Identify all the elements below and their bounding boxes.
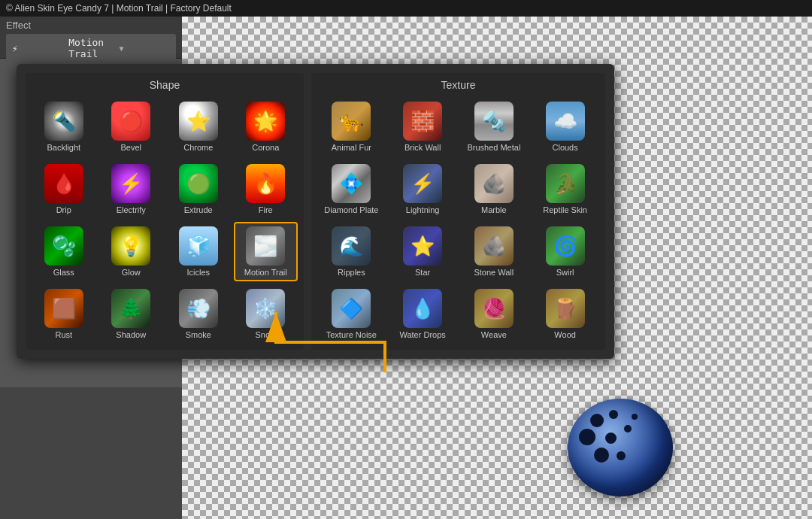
water-drops-label: Water Drops — [399, 330, 445, 339]
icicles-label: Icicles — [186, 268, 210, 277]
shape-item-motion-trail[interactable]: 🌫️Motion Trail — [234, 222, 298, 281]
animal-fur-label: Animal Fur — [332, 143, 371, 152]
texture-item-star[interactable]: ⭐Star — [389, 222, 457, 281]
texture-noise-label: Texture Noise — [326, 330, 377, 339]
ripples-label: Ripples — [338, 268, 365, 277]
shape-item-chrome[interactable]: ⭐Chrome — [166, 97, 231, 156]
texture-item-weave[interactable]: 🧶Weave — [460, 284, 529, 344]
shape-item-backlight[interactable]: 🔦Backlight — [32, 97, 96, 156]
bevel-label: Bevel — [120, 143, 141, 152]
shape-item-fire[interactable]: 🔥Fire — [234, 159, 298, 219]
blue-ball-preview — [568, 399, 673, 496]
texture-item-lightning[interactable]: ⚡Lightning — [389, 159, 457, 219]
glass-icon: 🫧 — [44, 226, 83, 266]
stone-wall-label: Stone Wall — [474, 268, 514, 277]
effect-picker-popup: Shape 🔦Backlight🔴Bevel⭐Chrome🌟Corona🩸Dri… — [17, 64, 614, 359]
shape-item-shadow[interactable]: 🌲Shadow — [99, 284, 164, 344]
effect-dropdown[interactable]: ⚡ Motion Trail ▼ — [6, 34, 176, 62]
clouds-label: Clouds — [553, 143, 578, 152]
snow-icon: ❄️ — [246, 289, 285, 328]
electrify-label: Electrify — [117, 205, 146, 214]
motion-trail-label: Motion Trail — [244, 268, 287, 277]
glow-icon: 💡 — [111, 226, 150, 266]
water-drops-icon: 💧 — [403, 289, 442, 328]
texture-noise-icon: 🔷 — [332, 289, 371, 328]
shape-section: Shape 🔦Backlight🔴Bevel⭐Chrome🌟Corona🩸Dri… — [26, 73, 304, 350]
shape-item-drip[interactable]: 🩸Drip — [32, 159, 96, 219]
swirl-label: Swirl — [556, 268, 574, 277]
texture-item-swirl[interactable]: 🌀Swirl — [531, 222, 599, 281]
backlight-label: Backlight — [47, 143, 80, 152]
diamond-plate-icon: 💠 — [332, 164, 371, 203]
chevron-down-icon: ▼ — [120, 44, 170, 53]
smoke-icon: 💨 — [179, 289, 218, 328]
glass-label: Glass — [53, 268, 74, 277]
texture-item-water-drops[interactable]: 💧Water Drops — [389, 284, 457, 344]
texture-item-diamond-plate[interactable]: 💠Diamond Plate — [317, 159, 386, 219]
texture-item-texture-noise[interactable]: 🔷Texture Noise — [317, 284, 386, 344]
rust-label: Rust — [55, 330, 72, 339]
titlebar: © Alien Skin Eye Candy 7 | Motion Trail … — [0, 0, 812, 17]
ripples-icon: 🌊 — [332, 226, 371, 266]
texture-item-stone-wall[interactable]: 🪨Stone Wall — [460, 222, 529, 281]
chrome-label: Chrome — [183, 143, 213, 152]
wood-icon: 🪵 — [546, 289, 585, 328]
glow-label: Glow — [122, 268, 141, 277]
diamond-plate-label: Diamond Plate — [324, 205, 378, 214]
drip-icon: 🩸 — [44, 164, 83, 203]
shape-item-corona[interactable]: 🌟Corona — [234, 97, 298, 156]
extrude-label: Extrude — [184, 205, 213, 214]
smoke-label: Smoke — [186, 330, 211, 339]
texture-item-reptile-skin[interactable]: 🐊Reptile Skin — [531, 159, 599, 219]
brick-wall-label: Brick Wall — [404, 143, 441, 152]
wood-label: Wood — [554, 330, 576, 339]
corona-label: Corona — [252, 143, 279, 152]
texture-section: Texture 🐆Animal Fur🧱Brick Wall🔩Brushed M… — [311, 73, 605, 350]
shape-item-glow[interactable]: 💡Glow — [99, 222, 164, 281]
weave-label: Weave — [481, 330, 507, 339]
texture-section-title: Texture — [317, 79, 599, 91]
bevel-icon: 🔴 — [111, 102, 150, 141]
shape-item-icicles[interactable]: 🧊Icicles — [166, 222, 231, 281]
shape-item-bevel[interactable]: 🔴Bevel — [99, 97, 164, 156]
effect-label: Effect — [0, 17, 182, 32]
chrome-icon: ⭐ — [179, 102, 218, 141]
icicles-icon: 🧊 — [179, 226, 218, 266]
texture-item-clouds[interactable]: ☁️Clouds — [531, 97, 599, 156]
titlebar-text: © Alien Skin Eye Candy 7 | Motion Trail … — [6, 3, 232, 14]
bottom-panel — [0, 387, 182, 519]
animal-fur-icon: 🐆 — [332, 102, 371, 141]
marble-icon: 🪨 — [474, 164, 514, 203]
star-label: Star — [415, 268, 430, 277]
shape-section-title: Shape — [32, 79, 298, 91]
rust-icon: 🟫 — [44, 289, 83, 328]
texture-grid: 🐆Animal Fur🧱Brick Wall🔩Brushed Metal☁️Cl… — [317, 97, 599, 344]
fire-icon: 🔥 — [246, 164, 285, 203]
stone-wall-icon: 🪨 — [474, 226, 514, 266]
backlight-icon: 🔦 — [44, 102, 83, 141]
shape-item-electrify[interactable]: ⚡Electrify — [99, 159, 164, 219]
shape-item-snow[interactable]: ❄️Snow — [234, 284, 298, 344]
star-icon: ⭐ — [403, 226, 442, 266]
shape-item-smoke[interactable]: 💨Smoke — [166, 284, 231, 344]
shape-item-rust[interactable]: 🟫Rust — [32, 284, 96, 344]
texture-item-marble[interactable]: 🪨Marble — [460, 159, 529, 219]
brick-wall-icon: 🧱 — [403, 102, 442, 141]
texture-item-wood[interactable]: 🪵Wood — [531, 284, 599, 344]
weave-icon: 🧶 — [474, 289, 514, 328]
shape-item-extrude[interactable]: 🟢Extrude — [166, 159, 231, 219]
lightning-label: Lightning — [406, 205, 440, 214]
texture-item-animal-fur[interactable]: 🐆Animal Fur — [317, 97, 386, 156]
electrify-icon: ⚡ — [111, 164, 150, 203]
marble-label: Marble — [481, 205, 507, 214]
reptile-skin-icon: 🐊 — [546, 164, 585, 203]
lightning-icon: ⚡ — [403, 164, 442, 203]
texture-item-ripples[interactable]: 🌊Ripples — [317, 222, 386, 281]
shadow-label: Shadow — [116, 330, 146, 339]
effect-dropdown-value: Motion Trail — [68, 37, 119, 59]
effect-dropdown-icon: ⚡ — [12, 43, 62, 54]
extrude-icon: 🟢 — [179, 164, 218, 203]
texture-item-brushed-metal[interactable]: 🔩Brushed Metal — [460, 97, 529, 156]
shape-item-glass[interactable]: 🫧Glass — [32, 222, 96, 281]
texture-item-brick-wall[interactable]: 🧱Brick Wall — [389, 97, 457, 156]
